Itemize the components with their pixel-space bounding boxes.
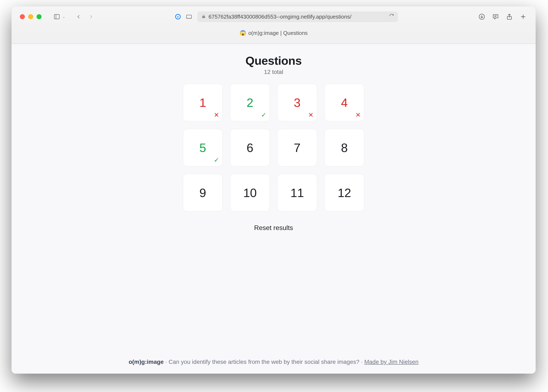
question-tile[interactable]: 3✕ (277, 84, 317, 121)
question-number: 8 (341, 141, 348, 155)
sidebar-toggle-group: ⌄ (53, 13, 65, 21)
nav-arrows (74, 13, 95, 21)
feedback-icon[interactable] (491, 13, 500, 21)
tab-title: o(m)g:image | Questions (248, 30, 308, 36)
question-tile[interactable]: 12 (325, 174, 364, 211)
footer: o(m)g:image · Can you identify these art… (12, 359, 536, 365)
url-text: 675762fa38ff43000806d553--omgimg.netlify… (209, 14, 351, 20)
lock-icon (201, 14, 206, 20)
question-number: 12 (338, 186, 351, 200)
titlebar: ⌄ » 675762fa38ff4300080 (12, 6, 536, 27)
browser-window: ⌄ » 675762fa38ff4300080 (12, 6, 536, 374)
question-number: 1 (199, 96, 206, 110)
question-tile[interactable]: 7 (277, 129, 317, 166)
question-tile[interactable]: 6 (230, 129, 270, 166)
check-icon: ✓ (261, 111, 266, 119)
footer-tagline: Can you identify these articles from the… (169, 359, 359, 365)
question-number: 10 (243, 186, 257, 200)
back-button[interactable] (74, 13, 83, 21)
question-tile[interactable]: 10 (230, 174, 270, 211)
toolbar-right (478, 13, 527, 21)
footer-sep: · (164, 359, 169, 365)
window-close-button[interactable] (20, 14, 25, 19)
question-number: 2 (247, 96, 253, 110)
reset-button[interactable]: Reset results (254, 224, 293, 232)
page-subtitle: 12 total (264, 69, 283, 75)
question-tile[interactable]: 8 (325, 129, 364, 166)
privacy-report-icon[interactable]: » (175, 14, 181, 19)
question-tile[interactable]: 1✕ (183, 84, 223, 121)
question-tile[interactable]: 9 (183, 174, 223, 211)
website-settings-icon[interactable] (185, 13, 193, 21)
x-icon: ✕ (308, 111, 313, 119)
share-icon[interactable] (505, 13, 513, 21)
browser-chrome: ⌄ » 675762fa38ff4300080 (12, 6, 536, 44)
window-minimize-button[interactable] (28, 14, 33, 19)
x-icon: ✕ (214, 111, 219, 119)
address-bar[interactable]: 675762fa38ff43000806d553--omgimg.netlify… (197, 12, 398, 22)
window-controls (20, 14, 42, 19)
question-tile[interactable]: 2✓ (230, 84, 270, 121)
downloads-icon[interactable] (478, 13, 486, 21)
svg-rect-2 (186, 15, 192, 18)
chevron-down-icon[interactable]: ⌄ (62, 14, 65, 19)
tab-icon: 😱 (240, 30, 246, 36)
footer-brand: o(m)g:image (129, 359, 164, 365)
forward-button[interactable] (87, 13, 95, 21)
svg-rect-0 (54, 14, 59, 19)
check-icon: ✓ (214, 156, 219, 164)
question-tile[interactable]: 11 (277, 174, 317, 211)
question-tile[interactable]: 5✓ (183, 129, 223, 166)
question-tile[interactable]: 4✕ (325, 84, 364, 121)
page-content: Questions 12 total 1✕2✓3✕4✕5✓6789101112 … (12, 44, 536, 374)
toolbar-center: » 675762fa38ff43000806d553--omgimg.netli… (99, 12, 474, 22)
question-number: 3 (294, 96, 300, 110)
question-number: 4 (341, 96, 348, 110)
footer-sep: · (359, 359, 364, 365)
question-number: 11 (291, 186, 304, 200)
question-grid: 1✕2✓3✕4✕5✓6789101112 (183, 84, 364, 211)
window-maximize-button[interactable] (36, 14, 42, 19)
new-tab-icon[interactable] (519, 13, 527, 21)
question-number: 7 (294, 141, 300, 155)
tab-bar[interactable]: 😱 o(m)g:image | Questions (12, 27, 536, 39)
question-number: 6 (247, 141, 253, 155)
page-title: Questions (245, 54, 302, 67)
question-number: 9 (199, 186, 206, 200)
question-number: 5 (199, 141, 206, 155)
x-icon: ✕ (356, 111, 361, 119)
sidebar-icon[interactable] (53, 13, 61, 21)
footer-credit-link[interactable]: Made by Jim Nielsen (364, 359, 419, 365)
reload-icon[interactable] (389, 14, 394, 20)
